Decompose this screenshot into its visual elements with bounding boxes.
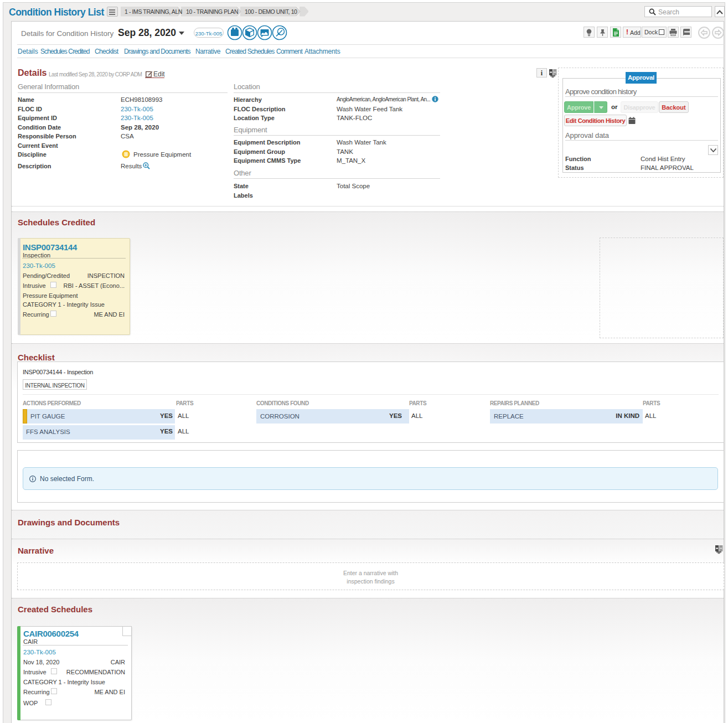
svg-text:10 - TRAINING PLAN: 10 - TRAINING PLAN: [186, 8, 238, 15]
svg-text:1 - IMS TRAINING, ALN: 1 - IMS TRAINING, ALN: [125, 8, 182, 15]
svg-text:100 - DEMO UNIT, 10: 100 - DEMO UNIT, 10: [245, 8, 297, 15]
